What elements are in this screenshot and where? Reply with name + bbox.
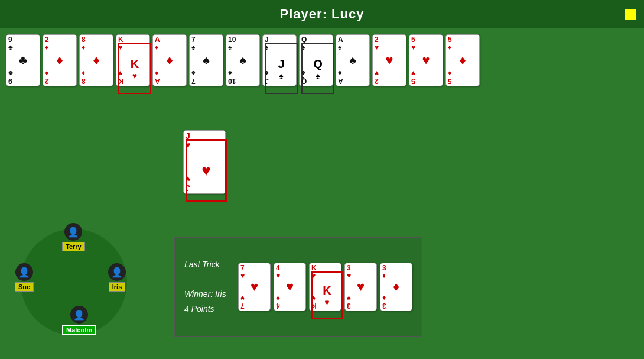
hand-cards: 9♣♣9♣2♦♦2♦8♦♦8♦K♥K♥K♥A♦♦A♦7♠♠7♠10♠♠10♠J♠… [6,34,480,86]
player-circle-area: 👤 Terry 👤 Sue 👤 Iris 👤 Malcolm [9,223,151,353]
card-2♦[interactable]: 2♦♦2♦ [43,34,77,86]
card-J♥[interactable]: J♥♥J♥ [183,130,226,194]
player-iris: 👤 Iris [108,263,126,292]
card-J♠[interactable]: J♠J♠J♠ [262,34,297,86]
avatar-malcolm: 👤 [70,306,88,324]
last-trick-info: Last Trick Winner: Iris 4 Points [184,257,231,317]
card-7♥[interactable]: 7♥♥7♥ [238,263,271,311]
card-10♠[interactable]: 10♠♠10♠ [226,34,260,86]
card-2♥[interactable]: 2♥♥2♥ [372,34,406,86]
header: Player: Lucy [0,0,644,28]
last-trick-winner: Winner: Iris [184,287,231,302]
last-trick-box: Last Trick Winner: Iris 4 Points 7♥♥7♥4♥… [174,237,422,337]
avatar-iris: 👤 [108,263,126,281]
card-3♥[interactable]: 3♥♥3♥ [344,263,377,311]
card-9♣[interactable]: 9♣♣9♣ [6,34,40,86]
card-K♥[interactable]: K♥K♥K♥ [116,34,150,86]
card-7♠[interactable]: 7♠♠7♠ [189,34,223,86]
player-terry: 👤 Terry [62,223,85,251]
label-malcolm: Malcolm [62,325,96,335]
label-iris: Iris [109,282,126,292]
label-terry: Terry [62,242,85,251]
player-title: Player: Lucy [280,7,365,22]
last-trick-points: 4 Points [184,302,231,316]
card-3♦[interactable]: 3♦♦3♦ [380,263,412,311]
card-A♦[interactable]: A♦♦A♦ [152,34,187,86]
card-5♥[interactable]: 5♥♥5♥ [409,34,443,86]
last-trick-cards: 7♥♥7♥4♥♥4♥K♥K♥K♥3♥♥3♥3♦♦3♦ [238,263,412,311]
card-4♥[interactable]: 4♥♥4♥ [274,263,306,311]
center-card-area: J♥♥J♥ [183,130,226,194]
card-Q♠[interactable]: Q♠Q♠Q♠ [299,34,333,86]
avatar-sue: 👤 [15,263,33,281]
status-indicator [625,9,636,20]
last-trick-label: Last Trick [184,257,231,272]
label-sue: Sue [15,282,34,292]
card-5♦[interactable]: 5♦♦5♦ [445,34,480,86]
card-A♠[interactable]: A♠♠A♠ [336,34,370,86]
player-malcolm: 👤 Malcolm [62,306,96,335]
card-8♦[interactable]: 8♦♦8♦ [79,34,113,86]
avatar-terry: 👤 [64,223,82,241]
card-K♥[interactable]: K♥K♥K♥ [309,263,341,311]
player-sue: 👤 Sue [15,263,34,292]
